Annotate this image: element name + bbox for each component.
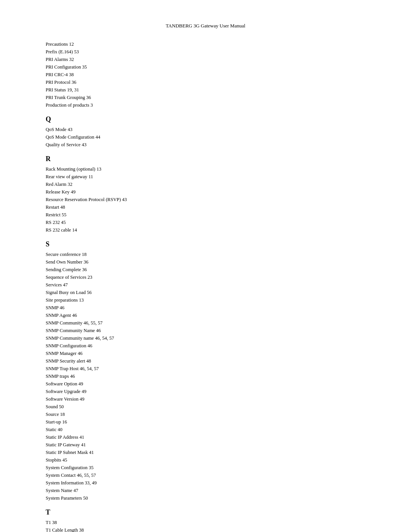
index-entry: Prefix (E.164) 53: [46, 48, 365, 56]
index-entry: Start-up 16: [46, 418, 365, 426]
index-entry: Signal Busy on Load 56: [46, 289, 365, 296]
index-content: Precautions 12Prefix (E.164) 53PRI Alarm…: [46, 40, 365, 532]
index-entry: System Information 33, 49: [46, 479, 365, 487]
index-entry: T1 38: [46, 519, 365, 526]
index-entry: Secure conference 18: [46, 251, 365, 258]
index-entry: SNMP Agent 46: [46, 312, 365, 319]
document-title: TANDBERG 3G Gateway User Manual: [166, 23, 245, 29]
index-entry: System Name 47: [46, 487, 365, 494]
section-letter-t: T: [46, 507, 365, 518]
index-entry: Software Version 49: [46, 395, 365, 403]
index-entry: Resource Reservation Protocol (RSVP) 43: [46, 196, 365, 203]
index-entry: Release Key 49: [46, 188, 365, 196]
index-entry: PRI Alarms 32: [46, 56, 365, 63]
index-entry: QoS Mode 43: [46, 126, 365, 133]
index-entry: PRI Trunk Grouping 36: [46, 94, 365, 101]
index-entry: Services 47: [46, 281, 365, 289]
index-entry: System Configuration 35: [46, 464, 365, 471]
index-entry: Precautions 12: [46, 40, 365, 48]
index-entry: PRI CRC-4 38: [46, 71, 365, 78]
index-entry: SNMP Community 46, 55, 57: [46, 319, 365, 327]
index-entry: RS 232 45: [46, 219, 365, 226]
page: TANDBERG 3G Gateway User Manual Precauti…: [0, 0, 411, 532]
index-entry: SNMP Community Name 46: [46, 327, 365, 334]
index-entry: Red Alarm 32: [46, 181, 365, 188]
index-entry: SNMP Configuration 46: [46, 342, 365, 350]
index-entry: QoS Mode Configuration 44: [46, 133, 365, 141]
index-entry: SNMP 46: [46, 304, 365, 312]
index-entry: Quality of Service 43: [46, 141, 365, 149]
index-entry: Source 18: [46, 411, 365, 418]
index-entry: Static 40: [46, 426, 365, 433]
section-letter-r: R: [46, 154, 365, 165]
index-entry: Send Own Number 36: [46, 258, 365, 266]
index-entry: SNMP Security alert 48: [46, 357, 365, 365]
index-entry: Software Option 49: [46, 380, 365, 388]
index-entry: T1 Cable Length 38: [46, 526, 365, 532]
section-letter-q: Q: [46, 114, 365, 125]
index-entry: PRI Status 19, 31: [46, 86, 365, 94]
index-entry: Production of products 3: [46, 101, 365, 109]
index-entry: Static IP Address 41: [46, 433, 365, 441]
index-entry: SNMP traps 46: [46, 372, 365, 380]
index-entry: PRI Protocol 36: [46, 78, 365, 86]
index-entry: Sequence of Services 23: [46, 273, 365, 281]
index-entry: System Contact 46, 55, 57: [46, 471, 365, 479]
index-entry: Static IP Gateway 41: [46, 441, 365, 449]
index-entry: Rear view of gateway 11: [46, 173, 365, 181]
index-entry: Sound 50: [46, 403, 365, 411]
index-entry: SNMP Trap Host 46, 54, 57: [46, 365, 365, 372]
index-entry: Stopbits 45: [46, 456, 365, 464]
index-entry: SNMP Manager 46: [46, 350, 365, 357]
index-entry: Sending Complete 36: [46, 266, 365, 273]
index-entry: System Parameters 50: [46, 494, 365, 502]
index-entry: Restart 48: [46, 203, 365, 211]
index-entry: Rack Mounting (optional) 13: [46, 165, 365, 173]
index-entry: Static IP Subnet Mask 41: [46, 449, 365, 456]
index-entry: Software Upgrade 49: [46, 388, 365, 395]
index-entry: SNMP Community name 46, 54, 57: [46, 334, 365, 342]
index-entry: PRI Configuration 35: [46, 63, 365, 71]
index-entry: Site preparations 13: [46, 296, 365, 304]
index-entry: Restrict 55: [46, 211, 365, 219]
index-entry: RS 232 cable 14: [46, 226, 365, 234]
section-letter-s: S: [46, 239, 365, 250]
page-header: TANDBERG 3G Gateway User Manual: [46, 23, 365, 29]
